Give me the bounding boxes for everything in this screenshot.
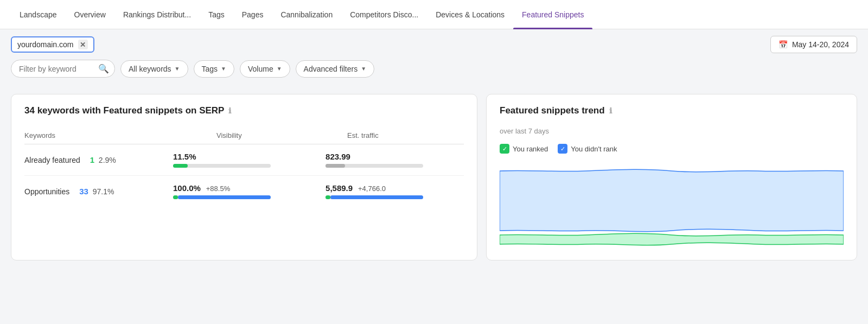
keyword-filter-wrap[interactable]: 🔍 — [11, 60, 115, 78]
card-title-text: 34 keywords with Featured snippets on SE… — [24, 105, 224, 116]
nav-pages[interactable]: Pages — [233, 0, 272, 29]
featured-snippets-card: 34 keywords with Featured snippets on SE… — [11, 94, 477, 261]
volume-dropdown[interactable]: Volume ▼ — [240, 60, 290, 78]
trend-title-text: Featured snippets trend — [500, 105, 605, 116]
trend-card: Featured snippets trend ℹ over last 7 da… — [486, 94, 857, 261]
col-visibility: Visibility — [151, 127, 315, 144]
row-visibility: 11.5% — [151, 144, 315, 176]
main-content: 34 keywords with Featured snippets on SE… — [0, 85, 868, 269]
trend-chart-svg — [500, 160, 844, 247]
chevron-down-icon: ▼ — [175, 66, 180, 72]
all-keywords-dropdown[interactable]: All keywords ▼ — [120, 60, 188, 78]
row-label: Opportunities 33 97.1% — [24, 176, 151, 207]
calendar-icon: 📅 — [778, 40, 788, 49]
close-domain-button[interactable]: ✕ — [78, 40, 88, 49]
chevron-down-icon: ▼ — [221, 66, 226, 72]
domain-tag[interactable]: yourdomain.com ✕ — [11, 36, 94, 53]
not-ranked-label: You didn't rank — [571, 145, 617, 153]
table-row: Already featured 1 2.9% 11.5% 823.99 — [24, 144, 464, 176]
chevron-down-icon: ▼ — [277, 66, 282, 72]
row-label: Already featured 1 2.9% — [24, 144, 151, 176]
domain-label: yourdomain.com — [17, 40, 74, 49]
col-traffic: Est. traffic — [315, 127, 464, 144]
legend-ranked: ✓ You ranked — [500, 144, 548, 154]
col-keywords: Keywords — [24, 127, 151, 144]
trend-title: Featured snippets trend ℹ — [500, 105, 844, 116]
top-navigation: Landscape Overview Rankings Distribut...… — [0, 0, 868, 29]
info-icon[interactable]: ℹ — [609, 106, 612, 115]
row-traffic: 5,589.9 +4,766.0 — [315, 176, 464, 207]
keyword-filter-input[interactable] — [19, 65, 95, 73]
chevron-down-icon: ▼ — [361, 66, 366, 72]
nav-tags[interactable]: Tags — [200, 0, 233, 29]
nav-competitors[interactable]: Competitors Disco... — [341, 0, 427, 29]
info-icon[interactable]: ℹ — [228, 106, 231, 115]
legend-not-ranked: ✓ You didn't rank — [558, 144, 617, 154]
green-area — [500, 233, 844, 245]
trend-subtitle: over last 7 days — [500, 127, 844, 135]
filter-bar: yourdomain.com ✕ 📅 May 14-20, 2024 — [0, 29, 868, 60]
nav-overview[interactable]: Overview — [66, 0, 114, 29]
tags-dropdown[interactable]: Tags ▼ — [194, 60, 234, 78]
nav-cannibalization[interactable]: Cannibalization — [272, 0, 341, 29]
ranked-label: You ranked — [513, 145, 548, 153]
nav-featured-snippets[interactable]: Featured Snippets — [513, 0, 592, 29]
nav-devices[interactable]: Devices & Locations — [427, 0, 513, 29]
all-keywords-label: All keywords — [129, 65, 171, 73]
not-ranked-check-icon: ✓ — [558, 144, 567, 154]
table-row: Opportunities 33 97.1% 100.0% +88.5% 5,5… — [24, 176, 464, 207]
search-button[interactable]: 🔍 — [98, 63, 109, 74]
nav-landscape[interactable]: Landscape — [11, 0, 66, 29]
date-label: May 14-20, 2024 — [792, 40, 849, 49]
nav-rankings[interactable]: Rankings Distribut... — [114, 0, 200, 29]
tags-label: Tags — [202, 65, 218, 73]
trend-chart — [500, 160, 844, 247]
row-visibility: 100.0% +88.5% — [151, 176, 315, 207]
volume-label: Volume — [248, 65, 273, 73]
date-picker-button[interactable]: 📅 May 14-20, 2024 — [770, 36, 857, 53]
snippets-table: Keywords Visibility Est. traffic Already… — [24, 127, 464, 207]
advanced-filters-dropdown[interactable]: Advanced filters ▼ — [296, 60, 375, 78]
row-traffic: 823.99 — [315, 144, 464, 176]
chart-legend: ✓ You ranked ✓ You didn't rank — [500, 144, 844, 154]
advanced-filters-label: Advanced filters — [304, 65, 358, 73]
ranked-check-icon: ✓ — [500, 144, 509, 154]
card-title: 34 keywords with Featured snippets on SE… — [24, 105, 464, 116]
blue-area — [500, 169, 844, 232]
filter-row2: 🔍 All keywords ▼ Tags ▼ Volume ▼ Advance… — [0, 60, 868, 85]
